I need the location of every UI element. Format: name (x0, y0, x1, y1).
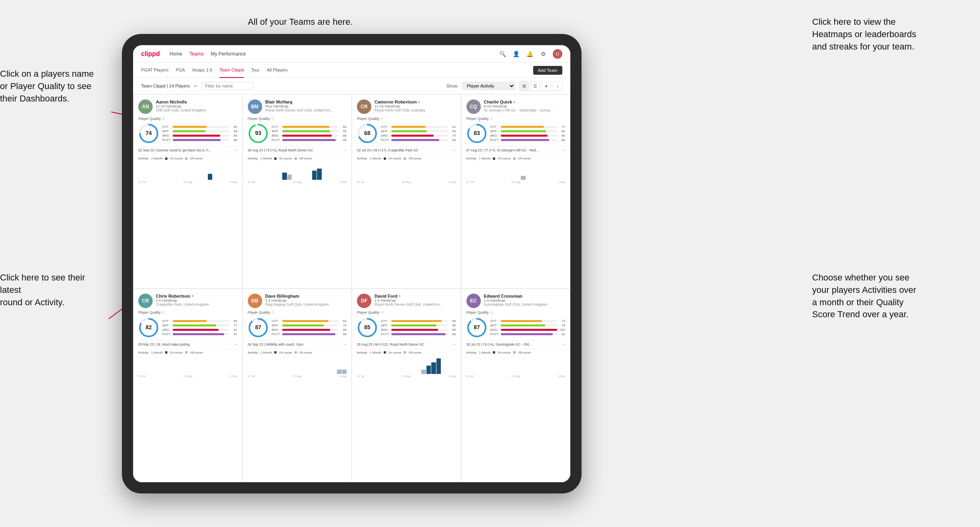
player-header: DF David Ford ● 1-5 Handicap Royal North… (357, 294, 456, 308)
bar-track (501, 333, 558, 335)
player-name[interactable]: David Ford ● (374, 294, 456, 298)
nav-home[interactable]: Home (169, 51, 182, 57)
bar-label: PUTT (272, 332, 281, 336)
bar-row: APP 63 (381, 129, 456, 133)
quality-section[interactable]: 74 OTT 60 APP (138, 123, 237, 144)
bar-label: OTT (381, 319, 390, 323)
edit-icon[interactable]: ✏ (194, 84, 197, 89)
nav-teams[interactable]: Teams (189, 51, 203, 57)
user-icon[interactable]: 👤 (512, 50, 520, 58)
svg-text:74: 74 (145, 130, 152, 136)
bar-value: 60 (231, 319, 237, 323)
player-card: CR Cameron Robertson ● 11-15 Handicap Ro… (352, 94, 461, 288)
grid-view-button[interactable]: ⊞ (519, 81, 529, 91)
latest-round[interactable]: 04 Sep 23 | Mobility with coach, Gym → (248, 340, 347, 346)
bar-row: PUTT 85 (162, 138, 237, 142)
search-input[interactable] (201, 82, 253, 90)
bar-row: PUTT 96 (381, 332, 456, 336)
bar-value: 60 (231, 125, 237, 129)
bar-label: ARG (272, 328, 281, 332)
player-club: Royal North Devon Golf Club, United Kin.… (374, 302, 456, 306)
nav-bar: clippd Home Teams My Performance 🔍 👤 🔔 ⚙… (133, 45, 570, 63)
nav-links: Home Teams My Performance (169, 51, 246, 57)
on-course-label: On course (279, 157, 292, 160)
player-name[interactable]: Blair McHarg (265, 99, 347, 104)
bar-label: PUTT (272, 138, 281, 142)
ipad-frame: clippd Home Teams My Performance 🔍 👤 🔔 ⚙… (122, 34, 582, 493)
quality-circle: 93 (248, 123, 269, 144)
list-view-button[interactable]: ☰ (530, 81, 540, 91)
player-name[interactable]: Edward Crossman (484, 294, 566, 298)
latest-round[interactable]: 05 Mar 23 | 19, Must make putting → (138, 340, 237, 346)
quality-bars: OTT 60 APP 77 (162, 319, 237, 336)
activity-section: Activity · 1 Month On course Off course … (357, 155, 456, 183)
bar-label: PUTT (490, 138, 499, 142)
player-name[interactable]: Charlie Quick ● (484, 99, 566, 104)
quality-circle: 87 (466, 317, 487, 338)
activity-label: Activity · 1 Month (138, 157, 163, 160)
bar-value: 63 (450, 129, 456, 133)
activity-header: Activity · 1 Month On course Off course (138, 351, 237, 354)
latest-round[interactable]: 26 Aug 23 | 84 (+12), Royal North Devon … (357, 340, 456, 346)
bar-label: PUTT (162, 332, 171, 336)
show-select[interactable]: Player Activity Quality Score Trend (462, 82, 515, 90)
player-info: Cameron Robertson ● 11-15 Handicap Royal… (374, 99, 456, 112)
avatar-nav[interactable]: U (553, 49, 562, 59)
player-name[interactable]: Aaron Nicholls (156, 99, 237, 104)
off-course-label: Off course (518, 351, 531, 354)
bar-row: APP 80 (490, 129, 566, 133)
nav-my-performance[interactable]: My Performance (211, 51, 246, 57)
quality-section[interactable]: 93 OTT 84 APP (248, 123, 347, 144)
search-icon[interactable]: 🔍 (498, 50, 506, 58)
bar-fill (282, 139, 336, 141)
bar-row: PUTT 85 (381, 138, 456, 142)
bar-label: APP (490, 129, 499, 133)
add-team-button[interactable]: Add Team (533, 66, 562, 75)
quality-section[interactable]: 87 OTT 82 APP (248, 317, 347, 338)
tab-pgat-players[interactable]: PGAT Players (141, 63, 169, 78)
date-end: 4 Sep (339, 375, 347, 378)
date-mid: 21 Aug (402, 181, 411, 183)
quality-section[interactable]: 68 OTT 61 APP (357, 123, 456, 144)
bar-row: ARG 84 (162, 134, 237, 137)
bar-label: ARG (381, 134, 390, 137)
bar-label: APP (162, 324, 171, 327)
tab-team-clippd[interactable]: Team Clippd (219, 63, 244, 78)
sort-button[interactable]: ↕ (553, 81, 562, 91)
latest-round[interactable]: 26 Aug 23 | 73 (+1), Royal North Devon G… (248, 146, 347, 152)
quality-section[interactable]: 85 OTT 89 APP (357, 317, 456, 338)
latest-round[interactable]: 07 Aug 23 | 77 (+7), St George's Hill GC… (466, 146, 566, 152)
tab-all-players[interactable]: All Players (267, 63, 288, 78)
player-info: Edward Crossman 1-5 Handicap Sunningdale… (484, 294, 566, 306)
player-avatar: CR (138, 294, 153, 308)
quality-section[interactable]: 82 OTT 60 APP (138, 317, 237, 338)
bar-row: APP 77 (162, 324, 237, 327)
quality-circle: 74 (138, 123, 159, 144)
quality-circle: 83 (466, 123, 487, 144)
player-name[interactable]: Cameron Robertson ● (374, 99, 456, 104)
settings-icon[interactable]: ⚙ (539, 50, 547, 58)
bar-label: APP (381, 129, 390, 133)
bell-icon[interactable]: 🔔 (526, 50, 534, 58)
latest-round-arrow: → (343, 342, 347, 346)
player-name[interactable]: Dave Billingham (265, 294, 347, 298)
latest-round[interactable]: 02 Jul 23 | 59 (+17), Craigmillar Park G… (357, 146, 456, 152)
quality-section[interactable]: 87 OTT 73 APP (466, 317, 566, 338)
tab-hcaps[interactable]: Hcaps 1-5 (192, 63, 212, 78)
latest-round[interactable]: 02 Sep 23 | Sunrise round to get back in… (138, 146, 237, 152)
latest-round[interactable]: 18 Jul 23 | 74 (+4), Sunningdale GC - Ol… (466, 340, 566, 346)
tab-tour[interactable]: Tour (251, 63, 259, 78)
quality-label: Player Quality ⓘ (248, 116, 347, 121)
player-header: EC Edward Crossman 1-5 Handicap Sunningd… (466, 294, 566, 308)
quality-label: Player Quality ⓘ (138, 310, 237, 315)
quality-section[interactable]: 83 OTT 77 APP (466, 123, 566, 144)
tab-pga[interactable]: PGA (176, 63, 185, 78)
player-card: CR Chris Robertson ● 1-5 Handicap Craigm… (133, 288, 243, 483)
bar-label: PUTT (162, 138, 171, 142)
latest-round-text: 02 Jul 23 | 59 (+17), Craigmillar Park G… (357, 148, 452, 152)
bar-fill (501, 324, 546, 326)
player-name[interactable]: Chris Robertson ● (156, 294, 237, 298)
player-info: Aaron Nicholls 11-15 Handicap Drift Golf… (156, 99, 237, 112)
heatmap-view-button[interactable]: ♦ (542, 81, 551, 91)
player-handicap: 11-15 Handicap (156, 104, 237, 108)
